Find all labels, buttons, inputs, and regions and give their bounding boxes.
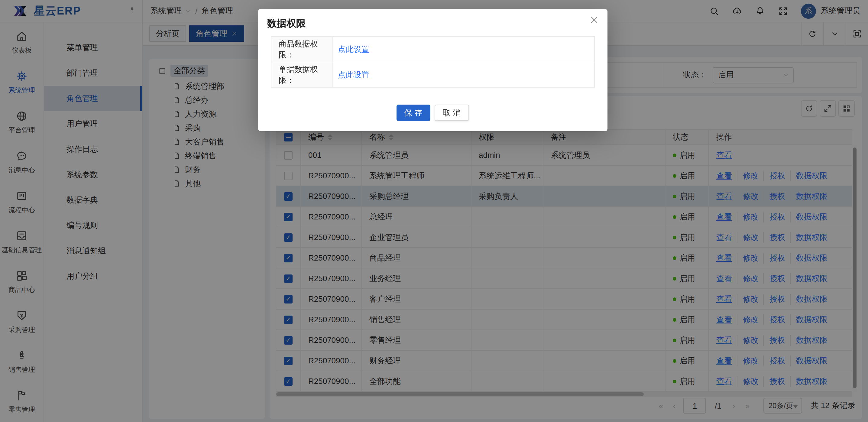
set-permission-link[interactable]: 点此设置 — [338, 69, 369, 80]
cancel-button[interactable]: 取 消 — [434, 104, 469, 121]
modal-form: 商品数据权限： 点此设置 单据数据权限： 点此设置 — [271, 36, 595, 88]
data-permission-modal: 数据权限 商品数据权限： 点此设置 单据数据权限： 点此设置 — [258, 9, 608, 131]
close-icon[interactable] — [589, 14, 600, 25]
modal-title: 数据权限 — [267, 18, 306, 30]
modal-form-row: 商品数据权限： 点此设置 — [271, 37, 594, 62]
modal-field-label: 单据数据权限： — [271, 62, 333, 87]
modal-form-row: 单据数据权限： 点此设置 — [271, 62, 594, 87]
modal-field-value: 点此设置 — [333, 62, 594, 87]
modal-buttons: 保 存 取 消 — [258, 104, 608, 121]
set-permission-link[interactable]: 点此设置 — [338, 44, 369, 55]
modal-field-value: 点此设置 — [333, 37, 594, 62]
app-window: 星云ERP 系统管理 / 角色管理 系 系统管理员 — [0, 0, 868, 422]
modal-field-label: 商品数据权限： — [271, 37, 333, 62]
save-button[interactable]: 保 存 — [397, 104, 430, 121]
